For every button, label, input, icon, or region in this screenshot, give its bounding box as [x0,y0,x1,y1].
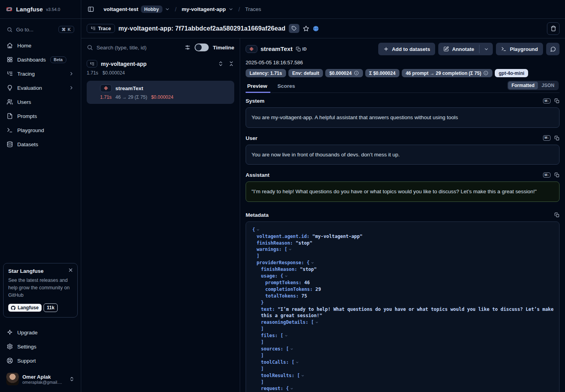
copy-icon[interactable] [554,212,560,218]
trace-title: my-voltagent-app: 7f71abbdcef2aa580291a1… [118,25,286,32]
expand-all-icon[interactable] [218,61,224,67]
sidebar-item-evaluation[interactable]: Evaluation [3,81,78,95]
sidebar-item-home[interactable]: Home [3,38,78,53]
langfuse-logo-icon [5,5,13,13]
close-icon[interactable] [68,267,73,273]
json-line[interactable]: sources: [ [252,346,554,352]
json-line[interactable]: providerResponse: { [252,260,554,266]
copy-icon[interactable] [554,98,560,103]
sidebar-item-prompts[interactable]: Prompts [3,109,78,123]
json-line[interactable]: usage: { [252,273,554,279]
markdown-toggle-icon[interactable]: M↓ [543,135,550,140]
generation-icon [246,45,257,53]
json-line[interactable]: request: { [252,385,554,392]
badge-46-prompt-29-completion-75-: 46 prompt → 29 completion (Σ 75) [402,69,492,77]
collapse-chevron-icon [256,228,260,232]
badge-text: Env: default [292,71,319,76]
trace-badge-label: Trace [98,26,111,31]
json-line[interactable]: toolCalls: [ [252,359,554,366]
list-tree-icon [91,26,96,31]
sidebar-item-label: Users [17,99,31,105]
assistant-section-label: Assistant [246,172,270,178]
sidebar-item-datasets[interactable]: Datasets [3,137,78,151]
json-line[interactable]: toolResults: [ [252,372,554,379]
copy-icon[interactable] [554,136,560,141]
sidebar-item-label: Datasets [17,142,38,147]
breadcrumb-page: Traces [245,6,261,12]
tree-search-input[interactable] [97,45,180,51]
format-toggle-json[interactable]: JSON [538,82,558,89]
json-line: ] [252,352,554,359]
sidebar-item-users[interactable]: Users [3,95,78,109]
tab-scores[interactable]: Scores [277,83,296,93]
sidebar-item-label: Settings [17,344,36,350]
badge--0-000024: $0.000024 [325,69,363,77]
markdown-toggle-icon[interactable]: M↓ [543,172,550,178]
sidebar-item-support[interactable]: Support [3,354,78,368]
playground-label: Playground [510,46,538,52]
square-pen-icon [443,46,449,52]
metadata-json: {voltagent.agent.id: "my-voltagent-app"f… [252,227,554,392]
breadcrumb-separator: / [237,6,241,13]
search-icon [87,44,93,51]
public-globe-icon[interactable] [313,25,319,32]
tag-icon[interactable] [289,24,299,33]
json-line[interactable]: reasoningDetails: [ [252,319,554,326]
json-line[interactable]: warnings: [ [252,246,554,253]
breadcrumb-org[interactable]: voltagent-test Hobby [104,5,170,13]
tab-preview[interactable]: Preview [246,83,268,93]
plus-icon [383,46,389,52]
user-name: Omer Aplak [22,374,62,380]
detail-tabs: Preview Scores Formatted JSON [246,81,560,93]
trace-type-badge: Trace [87,24,115,33]
root-cost: $0.000024 [102,70,125,76]
sidebar-item-upgrade[interactable]: Upgrade [3,325,78,339]
markdown-toggle-icon[interactable]: M↓ [543,98,550,103]
annotate-dropdown-chevron[interactable] [479,43,493,55]
collapse-chevron-icon [301,374,304,377]
sidebar-item-playground[interactable]: Playground [3,123,78,137]
users-icon [7,99,13,105]
delete-trace-button[interactable] [547,22,560,35]
copy-id-icon[interactable] [296,47,301,52]
badge-text: gpt-4o-mini [499,71,524,76]
json-line: ] [252,379,554,386]
sidebar-item-dashboards[interactable]: DashboardsBeta [3,53,78,67]
panel-left-icon[interactable] [87,6,94,13]
badge-text: 46 prompt → 29 completion (Σ 75) [406,71,481,76]
breadcrumb-project[interactable]: my-voltagent-app [182,6,233,12]
trace-tree-panel: Timeline my-voltagent-app 1.71s [81,38,240,392]
github-button-label: Langfuse [18,305,38,310]
json-line: ] [252,339,554,346]
annotate-button[interactable]: Annotate [438,43,479,55]
json-line[interactable]: files: [ [252,332,554,339]
view-options-icon[interactable] [184,44,191,51]
badge-env-default: Env: default [288,69,323,77]
json-line[interactable]: { [252,227,554,233]
file-icon [7,113,13,119]
lightbulb-icon [7,85,13,91]
format-toggle: Formatted JSON [507,81,559,90]
collapse-all-icon[interactable] [228,61,234,67]
goto-search[interactable]: Go to... ⌘ K [3,23,78,36]
observation-latency: 1.71s [100,94,111,100]
observation-row-streamtext[interactable]: streamText 1.71s 46 → 29 (Σ 75) $0.00002… [87,81,234,104]
sidebar-item-settings[interactable]: Settings [3,339,78,354]
star-icon[interactable] [303,25,309,32]
json-line: voltagent.agent.id: "my-voltagent-app" [252,233,554,240]
comments-button[interactable] [546,43,560,55]
github-star-count[interactable]: 11k [44,303,57,312]
add-to-datasets-button[interactable]: Add to datasets [378,43,436,55]
copy-icon[interactable] [554,172,560,178]
breadcrumb-separator: / [174,6,178,13]
sidebar-item-tracing[interactable]: Tracing [3,67,78,81]
observation-cost: $0.000024 [151,94,173,100]
playground-button[interactable]: Playground [496,43,543,55]
sidebar: Langfuse v3.54.0 Go to... ⌘ K HomeDashbo… [0,0,81,392]
user-menu[interactable]: Omer Aplak omeraplak@gmail.... [3,371,78,387]
github-star-button[interactable]: Langfuse [8,304,42,312]
info-icon [354,71,359,76]
format-toggle-formatted[interactable]: Formatted [508,82,538,89]
timeline-toggle[interactable] [195,44,209,51]
tree-root-row[interactable]: my-voltagent-app [87,60,234,67]
